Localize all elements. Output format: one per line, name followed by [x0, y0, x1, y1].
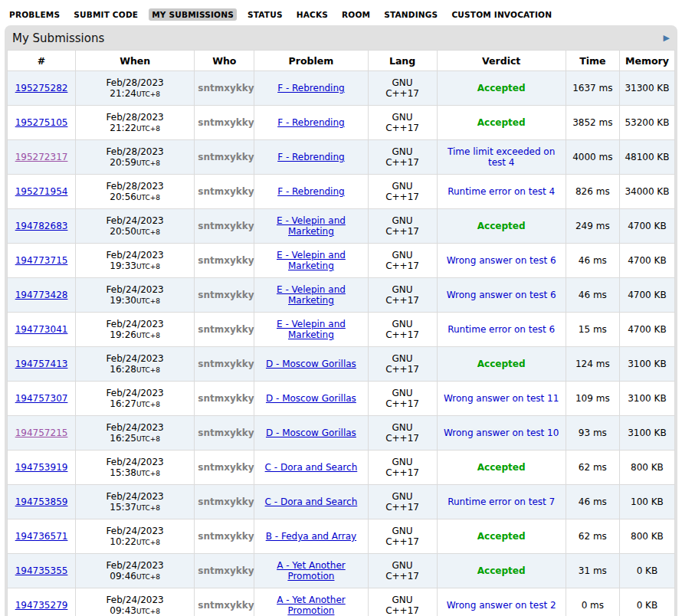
submission-time-of-day: 20:56 [110, 192, 136, 202]
problem-link[interactable]: F - Rebrending [277, 186, 345, 197]
submission-id-link[interactable]: 194753919 [15, 462, 68, 473]
problem-link[interactable]: F - Rebrending [277, 83, 345, 93]
submission-author-link[interactable]: sntmxykky [198, 221, 254, 231]
submission-lang: GNU C++17 [382, 422, 422, 444]
nav-item-submit-code[interactable]: SUBMIT CODE [70, 8, 141, 21]
submission-id-link[interactable]: 195275105 [15, 117, 68, 128]
problem-link[interactable]: A - Yet Another Promotion [277, 595, 346, 616]
submission-timezone: UTC+8 [136, 159, 160, 167]
submission-memory-cell: 4700 KB [619, 244, 674, 278]
submission-author-link[interactable]: sntmxykky [198, 186, 254, 197]
submission-lang: GNU C++17 [382, 215, 422, 237]
submission-id-link[interactable]: 194757413 [15, 359, 68, 369]
submission-verdict-cell: Accepted [437, 106, 566, 140]
submission-author-link[interactable]: sntmxykky [198, 83, 254, 93]
nav-item-room[interactable]: ROOM [339, 8, 373, 21]
submission-row: 194757413 Feb/24/202316:28UTC+8 sntmxykk… [8, 347, 675, 382]
problem-link[interactable]: F - Rebrending [277, 152, 345, 162]
submission-date: Feb/24/2023 [107, 284, 164, 295]
problem-link[interactable]: E - Velepin and Marketing [277, 215, 346, 237]
submission-lang-cell: GNU C++17 [368, 588, 437, 616]
submission-row: 194782683 Feb/24/202320:50UTC+8 sntmxykk… [8, 209, 675, 244]
problem-link[interactable]: C - Dora and Search [265, 462, 358, 473]
submission-time-of-day: 16:25 [110, 433, 136, 444]
problem-link[interactable]: B - Fedya and Array [266, 531, 356, 542]
submission-author-cell: sntmxykky [195, 175, 254, 209]
problem-link[interactable]: D - Moscow Gorillas [266, 428, 356, 438]
submission-author-link[interactable]: sntmxykky [198, 462, 254, 473]
submission-memory-cell: 100 KB [619, 485, 674, 519]
submission-author-cell: sntmxykky [195, 347, 254, 382]
submission-author-cell: sntmxykky [195, 382, 254, 416]
submission-author-link[interactable]: sntmxykky [198, 496, 254, 507]
submission-lang-cell: GNU C++17 [368, 71, 437, 106]
nav-item-status[interactable]: STATUS [244, 8, 286, 21]
submission-id-cell: 195275282 [8, 71, 76, 106]
submission-verdict: Wrong answer on test 11 [444, 393, 559, 404]
nav-item-problems[interactable]: PROBLEMS [6, 8, 63, 21]
column-header-time: Time [566, 51, 619, 71]
submission-id-link[interactable]: 194753859 [15, 496, 68, 507]
submission-row: 194753859 Feb/24/202315:37UTC+8 sntmxykk… [8, 485, 675, 519]
problem-link[interactable]: E - Velepin and Marketing [277, 319, 346, 340]
submission-author-link[interactable]: sntmxykky [198, 565, 254, 576]
submission-time-of-day: 21:22 [110, 123, 136, 133]
submission-lang-cell: GNU C++17 [368, 244, 437, 278]
submission-exec-time-cell: 826 ms [566, 175, 619, 209]
submission-exec-time-cell: 3852 ms [566, 106, 619, 140]
submission-id-link[interactable]: 194773715 [15, 255, 68, 266]
submission-id-link[interactable]: 195275282 [15, 83, 68, 93]
submission-verdict: Accepted [477, 462, 526, 473]
submission-id-cell: 194757215 [8, 416, 76, 451]
submission-date: Feb/28/2023 [107, 77, 164, 88]
submission-author-link[interactable]: sntmxykky [198, 600, 254, 611]
submission-verdict-cell: Accepted [437, 519, 566, 554]
submission-id-link[interactable]: 194736571 [15, 531, 68, 542]
column-header-when: When [76, 51, 195, 71]
submission-id-link[interactable]: 194782683 [15, 221, 68, 231]
submission-author-link[interactable]: sntmxykky [198, 359, 254, 369]
submission-id-link[interactable]: 194773428 [15, 290, 68, 300]
submission-author-link[interactable]: sntmxykky [198, 531, 254, 542]
submission-author-cell: sntmxykky [195, 451, 254, 485]
problem-link[interactable]: F - Rebrending [277, 117, 345, 128]
column-header-lang: Lang [368, 51, 437, 71]
submission-author-link[interactable]: sntmxykky [198, 255, 254, 266]
submission-id-link[interactable]: 195271954 [15, 186, 68, 197]
nav-item-my-submissions[interactable]: MY SUBMISSIONS [149, 8, 237, 21]
submission-lang-cell: GNU C++17 [368, 519, 437, 554]
submission-row: 194773041 Feb/24/202319:26UTC+8 sntmxykk… [8, 313, 675, 347]
submission-id-link[interactable]: 194773041 [15, 324, 68, 335]
nav-item-standings[interactable]: STANDINGS [381, 8, 441, 21]
submission-author-link[interactable]: sntmxykky [198, 117, 254, 128]
problem-link[interactable]: E - Velepin and Marketing [277, 284, 346, 306]
submission-id-cell: 194753919 [8, 451, 76, 485]
submission-id-link[interactable]: 194735279 [15, 600, 68, 611]
submission-verdict-cell: Wrong answer on test 10 [437, 416, 566, 451]
submission-verdict: Runtime error on test 4 [448, 186, 555, 197]
submission-id-link[interactable]: 194735355 [15, 565, 68, 576]
collapse-arrow-icon[interactable]: ▶ [664, 34, 670, 42]
submission-verdict: Accepted [477, 117, 526, 128]
submission-id-link[interactable]: 195272317 [15, 152, 68, 162]
submission-id-link[interactable]: 194757215 [15, 428, 68, 438]
problem-link[interactable]: D - Moscow Gorillas [266, 359, 356, 369]
submission-date: Feb/24/2023 [107, 353, 164, 364]
submission-exec-time-cell: 15 ms [566, 313, 619, 347]
submission-id-cell: 194782683 [8, 209, 76, 244]
column-header-id: # [8, 51, 76, 71]
submission-author-link[interactable]: sntmxykky [198, 152, 254, 162]
nav-item-hacks[interactable]: HACKS [293, 8, 331, 21]
submission-author-link[interactable]: sntmxykky [198, 428, 254, 438]
submission-lang-cell: GNU C++17 [368, 554, 437, 588]
nav-item-custom-invocation[interactable]: CUSTOM INVOCATION [448, 8, 555, 21]
problem-link[interactable]: C - Dora and Search [265, 496, 358, 507]
problem-link[interactable]: D - Moscow Gorillas [266, 393, 356, 404]
submission-author-link[interactable]: sntmxykky [198, 324, 254, 335]
submission-when-cell: Feb/24/202309:43UTC+8 [76, 588, 195, 616]
problem-link[interactable]: A - Yet Another Promotion [277, 560, 346, 582]
submission-author-link[interactable]: sntmxykky [198, 290, 254, 300]
submission-author-link[interactable]: sntmxykky [198, 393, 254, 404]
submission-id-link[interactable]: 194757307 [15, 393, 68, 404]
problem-link[interactable]: E - Velepin and Marketing [277, 250, 346, 271]
